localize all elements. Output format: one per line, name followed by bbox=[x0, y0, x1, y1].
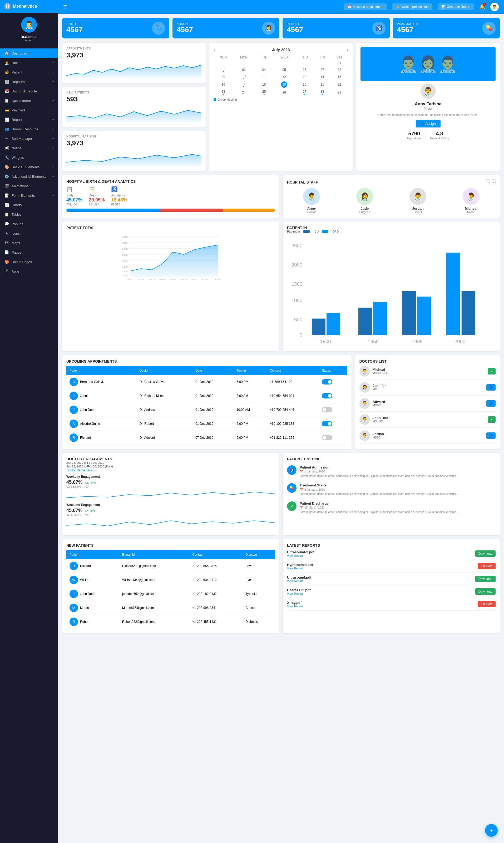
hold-button[interactable]: On Hold bbox=[478, 601, 496, 607]
status-toggle[interactable] bbox=[322, 379, 332, 384]
sidebar-item-bonus-pages[interactable]: 🎁 Bonus Pages bbox=[0, 257, 58, 267]
sidebar-item-doctor[interactable]: 👨‍⚕️ Doctor ▾ bbox=[0, 58, 58, 67]
calendar-day[interactable]: 24 bbox=[233, 89, 255, 96]
fab-button[interactable]: + bbox=[485, 824, 498, 837]
report-view-link[interactable]: View Report bbox=[287, 579, 311, 582]
generate-report-button[interactable]: 📊 Generate Report bbox=[438, 3, 474, 10]
dl-person-button[interactable]: 👤 bbox=[486, 384, 496, 391]
calendar-day[interactable]: 27 bbox=[295, 89, 314, 96]
date-cell: 07 Dec 2019 bbox=[192, 431, 233, 445]
doctors-list-card: DOCTORS LIST 👨‍⚕️ Micheal MBBS, MD ✓ bbox=[355, 355, 500, 449]
dl-avatar: 👩‍⚕️ bbox=[359, 382, 370, 393]
calendar-day[interactable]: 01 bbox=[330, 60, 349, 66]
sidebar-item-report[interactable]: 📊 Report ▾ bbox=[0, 115, 58, 124]
calendar-day[interactable]: 28 bbox=[314, 89, 330, 96]
sidebar-item-animations[interactable]: 🎬 Animations bbox=[0, 181, 58, 191]
calendar-day[interactable]: 18 bbox=[255, 80, 274, 89]
calendar-day[interactable]: 03 bbox=[233, 66, 255, 73]
calendar-day[interactable]: 09 bbox=[214, 73, 233, 80]
sidebar-item-basic-ui[interactable]: 🎨 Basic UI Elements ▾ bbox=[0, 162, 58, 172]
download-button[interactable]: Download bbox=[475, 576, 496, 582]
dl-person-button[interactable]: 👤 bbox=[486, 432, 496, 439]
report-view-link[interactable]: View Report bbox=[287, 592, 311, 595]
calendar-day[interactable]: 11 bbox=[255, 73, 274, 80]
status-toggle[interactable] bbox=[322, 435, 332, 440]
calendar-day[interactable]: 10 bbox=[233, 73, 255, 80]
calendar-day[interactable]: 23 bbox=[214, 89, 233, 96]
sidebar-item-department[interactable]: 🏢 Department ▾ bbox=[0, 77, 58, 86]
sidebar-item-pages[interactable]: 📄 Pages bbox=[0, 248, 58, 257]
download-button[interactable]: Download bbox=[475, 588, 496, 595]
dl-check-button[interactable]: ✓ bbox=[488, 416, 496, 423]
calendar-day[interactable]: 14 bbox=[314, 73, 330, 80]
sidebar-item-notice[interactable]: 📢 Notice ▾ bbox=[0, 143, 58, 153]
calendar-day[interactable]: 05 bbox=[274, 66, 295, 73]
calendar-day[interactable]: 13 bbox=[295, 73, 314, 80]
calendar-day[interactable]: 22 bbox=[330, 80, 349, 89]
sidebar-item-bed-manager[interactable]: 🛏 Bed Manager ▾ bbox=[0, 134, 58, 143]
icons-icon: ★ bbox=[4, 231, 9, 235]
download-button[interactable]: Download bbox=[475, 551, 496, 557]
sidebar-item-human-resource[interactable]: 👥 Human Resource ▾ bbox=[0, 124, 58, 134]
sidebar-item-tables[interactable]: 📋 Tables bbox=[0, 210, 58, 219]
staff-next-button[interactable]: › bbox=[491, 179, 496, 185]
sidebar-item-charts[interactable]: 📈 Charts bbox=[0, 200, 58, 210]
calendar-day[interactable]: 12 bbox=[274, 73, 295, 80]
sidebar-item-maps[interactable]: 🗺 Maps bbox=[0, 238, 58, 248]
hold-button[interactable]: On Hold bbox=[478, 563, 496, 569]
calendar-day[interactable]: 21 bbox=[314, 80, 330, 89]
user-avatar[interactable]: 👨‍⚕️ bbox=[490, 3, 499, 11]
cal-day-mon: MON bbox=[233, 55, 255, 60]
sidebar-item-doctor-schedule[interactable]: 📅 Doctor Schedule ▾ bbox=[0, 86, 58, 96]
report-view-link[interactable]: View Report bbox=[287, 567, 313, 570]
appt-thead: Patient Doctor Date Timing Contact Statu… bbox=[66, 366, 347, 375]
calendar-day[interactable]: 16 bbox=[214, 80, 233, 89]
dl-person-button[interactable]: 👤 bbox=[486, 400, 496, 407]
engagement-doctor-link[interactable]: Doctor Name here → bbox=[66, 468, 275, 472]
calendar-day[interactable]: 19 bbox=[274, 80, 295, 89]
sidebar-item-patient[interactable]: 🧑 Patient ▾ bbox=[0, 67, 58, 77]
calendar-day[interactable]: 20 bbox=[295, 80, 314, 89]
sidebar-item-icons[interactable]: ★ Icons bbox=[0, 229, 58, 238]
notification-icon[interactable]: 🔔1 bbox=[479, 4, 485, 10]
dl-check-button[interactable]: ✓ bbox=[488, 368, 496, 375]
status-toggle[interactable] bbox=[322, 393, 332, 398]
dl-degree: MS, MD bbox=[373, 420, 388, 423]
calendar-day[interactable]: 06 bbox=[295, 66, 314, 73]
patients-icon: ♿ bbox=[372, 22, 385, 35]
discharge-content: Patient Discharge 📅 15 March, 2020 Lorem… bbox=[300, 501, 458, 514]
doctor-profile-card: 👨‍⚕️👩‍⚕️👨‍⚕️ 👨‍⚕️ Anny Farisha Doctor Lo… bbox=[356, 43, 500, 172]
sidebar-item-dashboard[interactable]: 🏠 Dashboard ▾ bbox=[0, 49, 58, 58]
calendar-day[interactable]: 15 bbox=[330, 73, 349, 80]
calendar-day[interactable]: 26 bbox=[274, 89, 295, 96]
sidebar-item-popups[interactable]: 💬 Popups bbox=[0, 219, 58, 229]
sidebar-item-apps[interactable]: 📱 Apps bbox=[0, 267, 58, 276]
calendar-day[interactable]: 17 bbox=[233, 80, 255, 89]
report-name: Hypothemia.pdf bbox=[287, 563, 313, 567]
sidebar-item-appointment[interactable]: 📋 Appointment ▾ bbox=[0, 96, 58, 105]
assign-button[interactable]: 👤 Assign bbox=[416, 120, 440, 127]
calendar-day[interactable]: 04 bbox=[255, 66, 274, 73]
status-toggle[interactable] bbox=[322, 421, 332, 426]
calendar-day[interactable]: 25 bbox=[255, 89, 274, 96]
dl-name: Jennifer bbox=[373, 384, 386, 388]
calendar-day[interactable]: 07 bbox=[314, 66, 330, 73]
report-view-link[interactable]: View Report bbox=[287, 554, 314, 557]
staff-prev-button[interactable]: ‹ bbox=[485, 179, 489, 185]
calendar-day[interactable]: 29 bbox=[330, 89, 349, 96]
report-view-link[interactable]: View Report bbox=[287, 605, 303, 608]
menu-icon[interactable]: ☰ bbox=[63, 4, 67, 10]
discharge-date: 📅 15 March, 2020 bbox=[300, 506, 458, 509]
write-prescription-button[interactable]: ✏️ Write a prescription bbox=[392, 3, 432, 10]
calendar-day[interactable]: 02 bbox=[214, 66, 233, 73]
status-toggle[interactable] bbox=[322, 407, 332, 412]
sidebar-item-widgets[interactable]: 🔧 Widgets bbox=[0, 153, 58, 162]
calendar-prev-button[interactable]: ‹ bbox=[214, 47, 215, 52]
make-appointment-button[interactable]: 📅 Make an appointment bbox=[344, 3, 387, 10]
sidebar-item-payment[interactable]: 💳 Payment ▾ bbox=[0, 105, 58, 115]
birth-death-card: HOSPITAL BIRTH & DEATH ANALYTICS 📋 Birth… bbox=[62, 175, 279, 218]
calendar-day[interactable]: 08 bbox=[330, 66, 349, 73]
sidebar-item-advanced-ui[interactable]: ⚙️ Advanced UI Elements ▾ bbox=[0, 172, 58, 181]
calendar-next-button[interactable]: › bbox=[347, 47, 348, 52]
sidebar-item-form-elements[interactable]: 📝 Form Elements ▾ bbox=[0, 191, 58, 200]
